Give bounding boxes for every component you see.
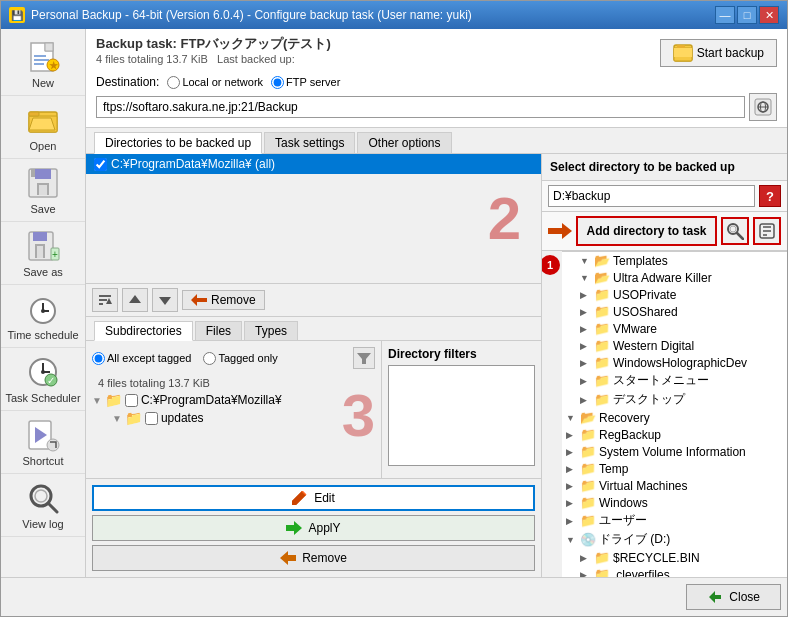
window-title: Personal Backup - 64-bit (Version 6.0.4)… (31, 8, 472, 22)
expand-arrow-6[interactable]: ▶ (580, 358, 594, 368)
filter-button[interactable] (353, 347, 375, 369)
tree-row-11[interactable]: ▶📁System Volume Information (562, 443, 787, 460)
radio-tagged[interactable]: Tagged only (203, 352, 277, 365)
sidebar-item-timeschedule[interactable]: Time schedule (1, 285, 85, 348)
tree-row-5[interactable]: ▶📁Western Digital (562, 337, 787, 354)
sidebar-item-taskscheduler[interactable]: ✓ Task Scheduler (1, 348, 85, 411)
close-app-button[interactable]: Close (686, 584, 781, 610)
expand-arrow-0[interactable]: ▼ (580, 256, 594, 266)
expand-arrow-16[interactable]: ▼ (566, 535, 580, 545)
tree-row-9[interactable]: ▼📂Recovery (562, 409, 787, 426)
sidebar-item-save[interactable]: Save (1, 159, 85, 222)
apply-button[interactable]: ApplY (92, 515, 535, 541)
subdir-item-1[interactable]: ▼ 📁 updates (92, 409, 375, 427)
subdir-check-1[interactable] (145, 412, 158, 425)
tree-row-7[interactable]: ▶📁スタートメニュー (562, 371, 787, 390)
close-button[interactable]: ✕ (759, 6, 779, 24)
dir-tree[interactable]: ▼📂Templates▼📂Ultra Adware Killer▶📁USOPri… (562, 251, 787, 577)
radio-tagged-input[interactable] (203, 352, 216, 365)
expand-arrow-2[interactable]: ▶ (580, 290, 594, 300)
expand-arrow-14[interactable]: ▶ (566, 498, 580, 508)
tree-row-8[interactable]: ▶📁デスクトップ (562, 390, 787, 409)
path-input[interactable] (548, 185, 755, 207)
refresh-button[interactable] (753, 217, 781, 245)
radio-ftp[interactable]: FTP server (271, 76, 340, 89)
expand-arrow-15[interactable]: ▶ (566, 516, 580, 526)
subtab-subdirs[interactable]: Subdirectories (94, 321, 193, 341)
sidebar-item-shortcut[interactable]: Shortcut (1, 411, 85, 474)
tree-row-2[interactable]: ▶📁USOPrivate (562, 286, 787, 303)
subdir-item-0[interactable]: ▼ 📁 C:¥ProgramData¥Mozilla¥ (92, 391, 375, 409)
tree-row-3[interactable]: ▶📁USOShared (562, 303, 787, 320)
folder-icon-5: 📁 (594, 338, 610, 353)
tree-row-14[interactable]: ▶📁Windows (562, 494, 787, 511)
expand-arrow-12[interactable]: ▶ (566, 464, 580, 474)
dir-checkbox-0[interactable] (94, 158, 107, 171)
expand-arrow-18[interactable]: ▶ (580, 570, 594, 578)
start-backup-button[interactable]: Start backup (660, 39, 777, 67)
expand-arrow-8[interactable]: ▶ (580, 395, 594, 405)
edit-button[interactable]: Edit (92, 485, 535, 511)
maximize-button[interactable]: □ (737, 6, 757, 24)
folder-icon-0: 📂 (594, 253, 610, 268)
svg-marker-67 (709, 591, 721, 603)
expand-arrow-7[interactable]: ▶ (580, 376, 594, 386)
ftp-url-input[interactable] (96, 96, 745, 118)
ftp-connect-button[interactable] (749, 93, 777, 121)
expand-arrow-5[interactable]: ▶ (580, 341, 594, 351)
tree-row-10[interactable]: ▶📁RegBackup (562, 426, 787, 443)
tree-row-12[interactable]: ▶📁Temp (562, 460, 787, 477)
tree-row-6[interactable]: ▶📁WindowsHolographicDev (562, 354, 787, 371)
expand-arrow-3[interactable]: ▶ (580, 307, 594, 317)
dir-filters-box (388, 365, 535, 466)
tree-row-13[interactable]: ▶📁Virtual Machines (562, 477, 787, 494)
expand-arrow-9[interactable]: ▼ (566, 413, 580, 423)
right-panel: Select directory to be backed up ? Add d… (542, 154, 787, 577)
remove-action-button[interactable]: Remove (92, 545, 535, 571)
subdir-check-0[interactable] (125, 394, 138, 407)
dir-list-item-0[interactable]: C:¥ProgramData¥Mozilla¥ (all) (86, 154, 541, 174)
move-down-button[interactable] (152, 288, 178, 312)
radio-all-input[interactable] (92, 352, 105, 365)
expand-1: ▼ (112, 413, 122, 424)
tree-row-18[interactable]: ▶📁.cleverfiles (562, 566, 787, 577)
expand-arrow-4[interactable]: ▶ (580, 324, 594, 334)
tree-row-0[interactable]: ▼📂Templates (562, 252, 787, 269)
subtab-types[interactable]: Types (244, 321, 298, 340)
tree-row-4[interactable]: ▶📁VMware (562, 320, 787, 337)
tree-row-17[interactable]: ▶📁$RECYCLE.BIN (562, 549, 787, 566)
tree-row-15[interactable]: ▶📁ユーザー (562, 511, 787, 530)
tab-otheroptions[interactable]: Other options (357, 132, 451, 153)
expand-arrow-13[interactable]: ▶ (566, 481, 580, 491)
sidebar-item-open[interactable]: Open (1, 96, 85, 159)
radio-local-input[interactable] (167, 76, 180, 89)
sidebar-item-saveas[interactable]: + Save as (1, 222, 85, 285)
minimize-button[interactable]: — (715, 6, 735, 24)
tab-directories[interactable]: Directories to be backed up (94, 132, 262, 154)
sidebar-item-viewlog[interactable]: View log (1, 474, 85, 537)
help-button[interactable]: ? (759, 185, 781, 207)
remove-button[interactable]: Remove (182, 290, 265, 310)
expand-arrow-1[interactable]: ▼ (580, 273, 594, 283)
tree-row-1[interactable]: ▼📂Ultra Adware Killer (562, 269, 787, 286)
radio-local[interactable]: Local or network (167, 76, 263, 89)
move-up-button[interactable] (122, 288, 148, 312)
tree-row-16[interactable]: ▼💿ドライブ (D:) (562, 530, 787, 549)
section-number-1: 1 (542, 255, 560, 275)
svg-point-62 (730, 226, 736, 232)
expand-arrow-17[interactable]: ▶ (580, 553, 594, 563)
sort-button[interactable] (92, 288, 118, 312)
svg-rect-18 (33, 232, 47, 241)
sidebar-item-new[interactable]: ★ New (1, 33, 85, 96)
radio-ftp-label: FTP server (286, 76, 340, 88)
subtab-files[interactable]: Files (195, 321, 242, 340)
add-directory-button[interactable]: Add directory to task (576, 216, 717, 246)
expand-arrow-10[interactable]: ▶ (566, 430, 580, 440)
radio-all-except[interactable]: All except tagged (92, 352, 191, 365)
close-app-icon (707, 589, 723, 605)
tree-label-16: ドライブ (D:) (599, 531, 670, 548)
search-dir-button[interactable] (721, 217, 749, 245)
radio-ftp-input[interactable] (271, 76, 284, 89)
tab-tasksettings[interactable]: Task settings (264, 132, 355, 153)
expand-arrow-11[interactable]: ▶ (566, 447, 580, 457)
